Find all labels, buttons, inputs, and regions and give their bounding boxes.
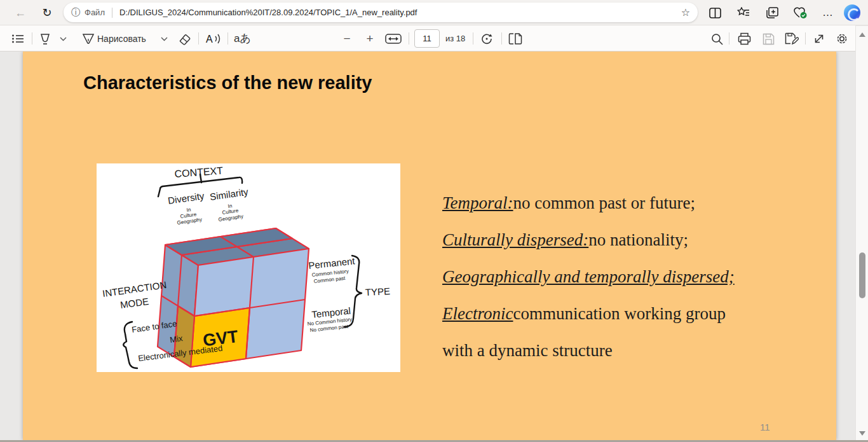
slide-page: Characteristics of the new reality [23,52,836,440]
type-label: TYPE [365,286,390,298]
search-icon[interactable] [709,31,725,47]
translate-icon[interactable]: aあ [234,25,251,52]
pdf-content-area: Characteristics of the new reality [0,52,855,442]
eraser-icon[interactable] [176,31,193,47]
similarity-geography: Geography [218,214,243,223]
scrollbar-thumb[interactable] [859,252,865,298]
interaction-label: INTERACTION [102,279,167,299]
contents-menu-icon[interactable] [10,31,26,47]
minus-glyph: − [343,32,350,46]
fullscreen-icon[interactable] [811,31,827,47]
line-lead: Geographically and temporally dispersed; [442,267,735,287]
address-url[interactable]: D:/DILIGUS_2024/Communication%20IT/28.09… [119,8,417,17]
permanent-label: Permanent [308,255,356,271]
page-number-input[interactable]: 11 [414,29,440,48]
toolbar-divider [729,32,729,45]
favorite-star-icon[interactable]: ☆ [681,6,690,18]
line-rest: no common past or future; [513,193,695,213]
copilot-icon[interactable] [844,4,860,21]
rotate-icon[interactable] [478,31,495,47]
slide-title: Characteristics of the new reality [83,73,372,93]
draw-chevron-icon[interactable] [156,31,172,47]
context-label: CONTEXT [174,165,224,179]
save-as-icon[interactable] [783,31,800,47]
address-bar[interactable]: ⓘ Файл D:/DILIGUS_2024/Communication%20I… [64,3,698,22]
fit-to-width-icon[interactable] [385,31,402,47]
read-aloud-glyph: A [206,34,213,45]
highlight-icon[interactable] [37,31,53,47]
scroll-up-icon[interactable] [859,32,865,37]
line-rest: communication working group [513,304,725,324]
pdf-toolbar: Нарисовать A aあ − + 11 из 18 [0,25,855,52]
browser-toolbar: ← ↻ ⓘ Файл D:/DILIGUS_2024/Communication… [0,0,868,25]
page-view-icon[interactable] [507,31,524,47]
address-divider [112,8,112,18]
refresh-glyph: ↻ [42,6,51,20]
zoom-in-icon[interactable]: + [362,31,378,47]
plus-glyph: + [366,32,373,46]
slide-text-block: Temporal: no common past or future; Cult… [442,176,830,361]
slide-page-number: 11 [760,422,770,432]
save-icon[interactable] [760,31,776,47]
more-menu-icon[interactable]: … [820,5,836,20]
vertical-scrollbar[interactable] [855,26,868,442]
mode-label: MODE [119,296,149,310]
line-lead: Electronic [442,304,513,324]
toolbar-divider [501,32,502,45]
toolbar-divider [473,32,473,45]
diversity-label: Diversity [167,190,205,206]
slide-text-line: with a dynamic structure [442,324,830,361]
back-icon[interactable]: ← [11,4,29,21]
page-total-label: из 18 [445,25,465,52]
highlight-chevron-icon[interactable] [55,31,71,47]
favorites-list-icon[interactable] [736,5,751,20]
toolbar-divider [805,32,806,45]
line-rest: no nationality; [588,230,688,250]
line-rest: with a dynamic structure [442,341,613,361]
toolbar-divider [198,32,199,45]
scroll-down-icon[interactable] [859,431,865,436]
slide-text-line: Electronic communication working group [442,287,830,324]
zoom-out-icon[interactable]: − [339,31,355,47]
mix-label: Mix [169,333,184,345]
line-lead: Culturally dispersed: [442,230,588,250]
slide-text-line: Temporal: no common past or future; [442,176,830,213]
gvt-cube-diagram: CONTEXT Diversity In Culture Geography S… [97,163,400,372]
browser-essentials-icon[interactable] [793,5,808,20]
info-icon[interactable]: ⓘ [71,7,80,18]
back-glyph: ← [15,6,26,20]
slide-text-line: Geographically and temporally dispersed; [442,250,830,287]
collections-icon[interactable] [764,5,780,20]
toolbar-divider [227,32,228,45]
gvt-cube-svg: CONTEXT Diversity In Culture Geography S… [97,163,400,372]
toolbar-divider [32,32,32,45]
draw-label[interactable]: Нарисовать [97,25,146,52]
print-icon[interactable] [736,31,752,47]
refresh-icon[interactable]: ↻ [38,4,56,21]
settings-gear-icon[interactable] [834,31,850,47]
slide-text-line: Culturally dispersed: no nationality; [442,213,830,250]
split-screen-icon[interactable] [707,5,722,20]
draw-pen-icon[interactable] [80,31,97,47]
similarity-label: Similarity [209,186,249,202]
toolbar-divider [409,32,409,45]
read-aloud-icon[interactable]: A [205,31,221,47]
ellipsis-glyph: … [822,6,834,19]
line-lead: Temporal: [442,193,513,213]
address-scheme-label: Файл [85,8,105,17]
